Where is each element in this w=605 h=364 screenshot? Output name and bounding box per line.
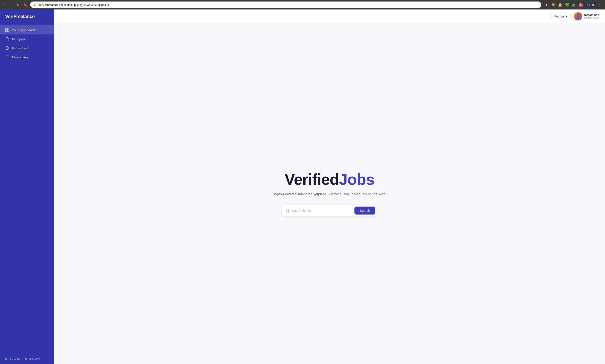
search-icon-inline <box>286 208 290 213</box>
back-button[interactable]: ← <box>3 2 8 7</box>
hero-subtitle: Crypto-Powered Talent Marketplace: Verif… <box>272 192 387 196</box>
sidebar-item-get-verified[interactable]: Get verified <box>0 43 54 52</box>
user-info: metoinside 0x0a9...C957F <box>574 12 600 20</box>
chat-icon <box>5 55 10 59</box>
user-name: metoinside <box>584 13 600 17</box>
battery-icon: 🔋 <box>24 358 28 361</box>
alert-button[interactable]: 🔔 <box>557 2 563 8</box>
search-icon <box>5 37 10 41</box>
main-content: Mumbai ▾ metoinside 0x0a9...C957F Verifi… <box>54 10 605 364</box>
svg-rect-2 <box>6 30 7 32</box>
sidebar-label-dashboard: Your dashboard <box>12 28 35 32</box>
user-text: metoinside 0x0a9...C957F <box>584 13 600 19</box>
sidebar-logo: VeriFreelance <box>0 10 54 24</box>
svg-point-4 <box>6 38 8 40</box>
dashboard-icon <box>5 28 10 32</box>
block-number: 35556554 <box>9 358 20 361</box>
search-input[interactable] <box>292 209 352 212</box>
reader-view-button[interactable]: ▤ <box>571 2 577 8</box>
sidebar-label-get-verified: Get verified <box>12 46 29 50</box>
logo-veri: Veri <box>5 14 13 19</box>
svg-rect-1 <box>8 28 9 30</box>
sidebar-item-find-jobs[interactable]: Find jobs <box>0 34 54 43</box>
avatar-image <box>574 12 582 20</box>
sidebar-footer: 35556554 - 🔋 3.4 Gwei <box>0 354 54 364</box>
vpn-badge[interactable]: ● VPN <box>585 3 595 7</box>
network-selector[interactable]: Mumbai ▾ <box>550 13 571 20</box>
url-input[interactable] <box>38 3 539 6</box>
bookmark-button[interactable]: 🔖 <box>23 2 28 7</box>
vpn-label: VPN <box>589 3 594 6</box>
refresh-button[interactable]: ↻ <box>15 2 21 7</box>
gwei-value: 3.4 Gwei <box>29 358 40 361</box>
sidebar-label-messaging: Messaging <box>12 55 28 59</box>
sidebar-label-find-jobs: Find jobs <box>12 37 25 41</box>
forward-button[interactable]: → <box>9 2 14 7</box>
app-container: VeriFreelance Your dashboard <box>0 10 605 364</box>
menu-button[interactable]: ≡ <box>597 2 602 8</box>
browser-nav-buttons: ← → ↻ <box>3 2 21 7</box>
sidebar-item-dashboard[interactable]: Your dashboard <box>0 26 54 34</box>
user-wallet: 0x0a9...C957F <box>584 17 600 19</box>
vpn-dot: ● <box>587 3 588 6</box>
search-container: Search <box>282 205 377 216</box>
share-button[interactable]: ⬆ <box>544 2 549 8</box>
sidebar: VeriFreelance Your dashboard <box>0 10 54 364</box>
sidebar-nav: Your dashboard Find jobs <box>0 24 54 354</box>
hero-title-verified: Verified <box>285 171 339 188</box>
status-dot <box>5 358 7 360</box>
brave-shield-button[interactable]: 🦁 <box>550 2 556 8</box>
browser-chrome: ← → ↻ 🔖 🔒 ⬆ 🦁 🔔 🧩 ▤ 👛 ● VPN ≡ <box>0 0 605 10</box>
chevron-down-icon: ▾ <box>566 15 567 18</box>
hero-title-jobs: Jobs <box>339 171 374 188</box>
wallet-button[interactable]: 👛 <box>578 2 584 8</box>
svg-rect-0 <box>6 28 7 30</box>
separator: - <box>22 358 23 361</box>
hero-title: VerifiedJobs <box>285 171 374 188</box>
hero-section: VerifiedJobs Crypto-Powered Talent Marke… <box>54 23 605 364</box>
lock-icon: 🔒 <box>33 3 36 6</box>
svg-rect-3 <box>8 30 9 32</box>
address-bar[interactable]: 🔒 <box>30 1 541 8</box>
verified-icon <box>5 46 10 50</box>
browser-actions: ⬆ 🦁 🔔 🧩 ▤ 👛 ● VPN ≡ <box>544 2 602 8</box>
sidebar-item-messaging[interactable]: Messaging <box>0 52 54 62</box>
network-label: Mumbai <box>554 15 564 18</box>
main-header: Mumbai ▾ metoinside 0x0a9...C957F <box>54 10 605 23</box>
logo-freelance: Freelance <box>13 14 34 19</box>
avatar <box>574 12 582 20</box>
extensions-button[interactable]: 🧩 <box>564 2 570 8</box>
search-button[interactable]: Search <box>355 207 375 215</box>
